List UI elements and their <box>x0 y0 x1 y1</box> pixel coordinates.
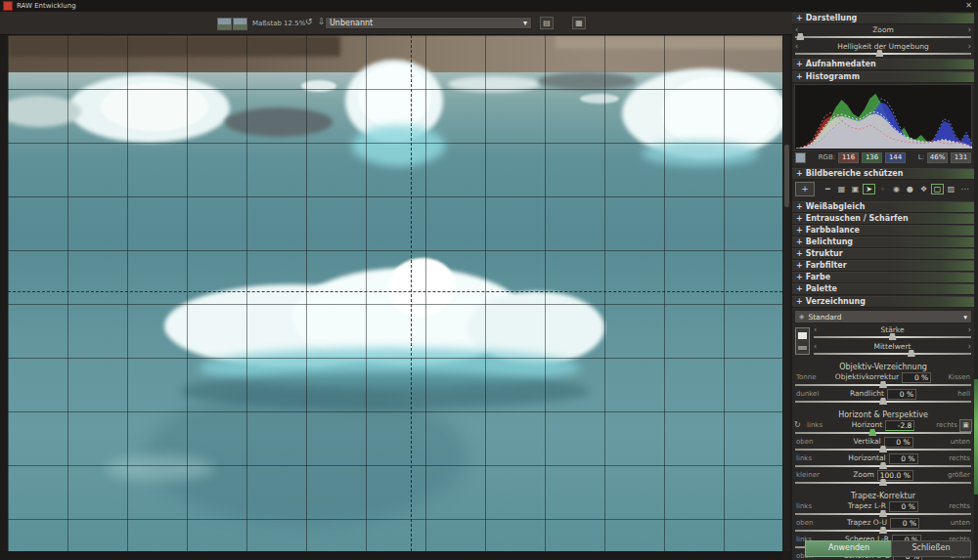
slider-value-box[interactable]: 0 % <box>889 453 918 464</box>
slider-track[interactable] <box>795 36 971 38</box>
panel-header-entrauschen-sch-rfen[interactable]: +Entrauschen / Schärfen <box>792 213 974 225</box>
panel-header-struktur[interactable]: +Struktur <box>792 248 974 260</box>
expand-icon: + <box>796 202 803 212</box>
rect-mask-tool[interactable]: ▢ <box>931 184 944 194</box>
slider-max-label: hell <box>957 390 970 398</box>
panel-title: Histogramm <box>806 72 860 82</box>
expand-icon: + <box>796 261 803 271</box>
slider-thumb[interactable] <box>908 350 915 357</box>
more-tools[interactable]: ⋯ <box>958 184 971 195</box>
grid-mask-tool[interactable]: ▦ <box>835 184 848 195</box>
panel-header-palette[interactable]: +Palette <box>792 283 974 295</box>
histogram-readout: RGB: 116 136 144 L: 46% 131 <box>795 151 971 163</box>
previous-image-icon[interactable] <box>217 18 232 30</box>
slider-increment-icon[interactable]: › <box>968 42 971 51</box>
filled-mask-tool[interactable]: ▣ <box>849 184 862 195</box>
expand-icon: + <box>796 297 803 307</box>
brush-small-tool[interactable]: ◦ <box>876 184 889 195</box>
gradient-preview-icon[interactable] <box>795 327 810 355</box>
preset-dropdown[interactable]: Unbenannt ▾ <box>325 17 532 29</box>
slider-track[interactable] <box>795 401 971 403</box>
slider-value-box[interactable]: 0 % <box>902 372 931 383</box>
vertical-guide-line[interactable] <box>411 35 412 551</box>
slider-label: Randlicht <box>850 389 884 398</box>
slider-increment-icon[interactable]: › <box>968 325 971 334</box>
slider-increment-icon[interactable]: › <box>968 25 971 34</box>
slider-max-label: rechts <box>949 502 970 510</box>
slider-thumb[interactable] <box>796 33 804 40</box>
slider-track[interactable] <box>795 432 971 434</box>
apply-button[interactable]: Anwenden <box>805 540 893 557</box>
slider-track[interactable] <box>795 384 971 386</box>
slider-value-box[interactable]: 0 % <box>890 518 919 529</box>
slider-row-Mittelwert: ‹Mittelwert› <box>814 341 971 358</box>
pattern-mask-tool[interactable]: ▨ <box>945 184 957 195</box>
image-canvas[interactable] <box>8 35 782 551</box>
slider-max-label: rechts <box>936 421 957 429</box>
panel-header-farbbalance[interactable]: +Farbbalance <box>792 225 974 237</box>
panel-header-verzeichnung[interactable]: + Verzeichnung <box>792 296 974 308</box>
right-scrollbar-thumb[interactable] <box>974 379 978 495</box>
brush-large-tool[interactable]: ● <box>904 184 916 195</box>
slider-track[interactable] <box>795 53 971 55</box>
slider-track[interactable] <box>795 465 971 467</box>
chevron-down-icon: ▾ <box>963 313 967 322</box>
slider-thumb[interactable] <box>875 50 883 57</box>
histogram-checkbox[interactable] <box>795 152 806 163</box>
section-heading: Trapez-Korrektur <box>792 491 974 501</box>
luminance-percent: 46% <box>927 152 948 163</box>
close-button[interactable]: Schließen <box>891 540 971 557</box>
panel-header-aufnahmedaten[interactable]: + Aufnahmedaten <box>792 59 974 70</box>
slider-track[interactable] <box>795 482 971 484</box>
cursor-tool[interactable]: ➤ <box>863 184 875 194</box>
save-preset-icon[interactable]: ▤ <box>540 17 554 29</box>
histogram-display <box>794 84 972 151</box>
section-horizont-perspektive: Horizont & Perspektive↻▣linksHorizont-2.… <box>792 409 974 487</box>
slider-track[interactable] <box>814 336 971 338</box>
luminance-label: L: <box>918 153 924 161</box>
scrollbar-thumb[interactable] <box>784 145 789 207</box>
slider-max-label: rechts <box>949 454 970 462</box>
panel-header-belichtung[interactable]: +Belichtung <box>792 237 974 248</box>
slider-label: Trapez L-R <box>848 501 886 510</box>
slider-max-label: größer <box>948 471 970 479</box>
add-protection-button[interactable]: + <box>795 182 815 196</box>
expand-icon: + <box>796 60 803 69</box>
grid-overlay <box>8 35 782 551</box>
app-icon <box>3 1 13 11</box>
slider-value-box[interactable]: 0 % <box>889 501 918 512</box>
slider-row-trapez-o-u: obenTrapez O-U0 %unten <box>795 518 971 535</box>
distortion-preset-dropdown[interactable]: ◈ Standard ▾ <box>794 310 972 323</box>
line-mask-tool[interactable]: ━ <box>822 184 834 195</box>
slider-track[interactable] <box>795 530 971 532</box>
panel-header-wei-abgleich[interactable]: +Weißabgleich <box>792 201 974 213</box>
grid-overlay-icon[interactable]: ▦ <box>572 17 586 29</box>
panel-header-darstellung[interactable]: + Darstellung <box>792 13 974 24</box>
feather-tool[interactable]: ❖ <box>917 184 930 195</box>
slider-value-box[interactable]: 0 % <box>884 437 913 448</box>
right-scrollbar[interactable] <box>974 12 978 560</box>
panel-header-farbe[interactable]: +Farbe <box>792 272 974 283</box>
slider-value-box[interactable]: 0 % <box>887 389 916 400</box>
slider-label: Helligkeit der Umgebung <box>795 42 971 51</box>
panel-header-farbfilter[interactable]: +Farbfilter <box>792 260 974 272</box>
slider-track[interactable] <box>795 513 971 515</box>
close-icon[interactable]: ✕ <box>965 1 972 10</box>
panel-title: Farbe <box>806 273 831 282</box>
brush-medium-tool[interactable]: ◉ <box>890 184 903 195</box>
swatch-icon: ◈ <box>799 313 804 321</box>
panel-header-histogramm[interactable]: + Histogramm <box>792 71 974 83</box>
slider-thumb[interactable] <box>889 333 897 340</box>
slider-track[interactable] <box>795 449 971 451</box>
luminance-value: 131 <box>951 152 971 163</box>
sidebar-scrollbar[interactable] <box>783 35 790 551</box>
slider-track[interactable] <box>814 353 971 355</box>
next-image-icon[interactable] <box>233 18 247 30</box>
slider-increment-icon[interactable]: › <box>968 342 971 351</box>
undo-icon[interactable]: ↺ <box>305 17 313 26</box>
horizon-guide-line[interactable] <box>8 291 782 292</box>
panel-title: Darstellung <box>806 14 858 23</box>
slider-value-box[interactable]: -2.8 <box>885 420 914 431</box>
panel-header-bildbereiche-schuetzen[interactable]: + Bildbereiche schützen <box>792 168 974 180</box>
distortion-block: ‹Stärke›‹Mittelwert› <box>792 324 974 358</box>
